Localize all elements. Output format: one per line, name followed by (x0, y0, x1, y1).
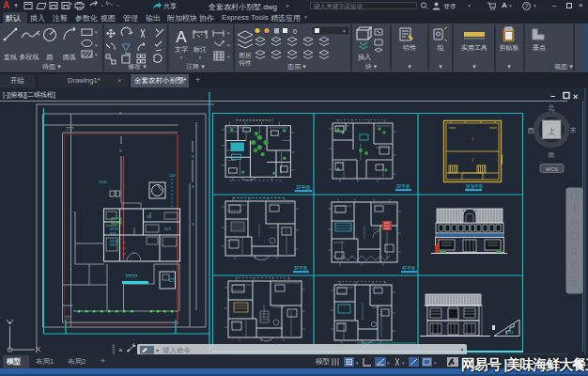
svg-text:▾: ▾ (199, 55, 202, 60)
svg-text:▾: ▾ (227, 54, 230, 59)
svg-text:▾: ▾ (180, 55, 183, 60)
svg-text:S: S (119, 111, 122, 116)
svg-text:西: 西 (528, 127, 534, 134)
svg-text:特性: 特性 (240, 59, 253, 67)
svg-text:A: A (176, 28, 187, 46)
svg-text:XXXX: XXXX (110, 227, 119, 231)
svg-text:3F平面: 3F平面 (294, 266, 308, 271)
svg-text:插入: 插入 (358, 54, 371, 61)
svg-text:XXX: XXX (110, 243, 117, 247)
svg-text:▾: ▾ (95, 52, 98, 57)
svg-text:4F平面: 4F平面 (402, 266, 416, 271)
svg-text:S: S (192, 184, 194, 189)
svg-text:特性: 特性 (403, 44, 416, 52)
svg-text:1F平面: 1F平面 (296, 184, 311, 190)
svg-text:南: 南 (549, 151, 555, 158)
svg-text:1:12: 1:12 (506, 330, 515, 335)
svg-text:I: I (472, 136, 472, 142)
svg-text:?: ? (525, 2, 529, 8)
svg-text:▾: ▾ (95, 29, 98, 35)
svg-text:注释 ▾: 注释 ▾ (186, 62, 205, 70)
svg-text:文字: 文字 (175, 45, 188, 53)
svg-text:上: 上 (549, 127, 556, 135)
svg-text:777: 777 (66, 126, 74, 132)
svg-text:0: 0 (293, 28, 297, 35)
svg-text:S: S (192, 154, 194, 159)
svg-text:–: – (550, 91, 555, 101)
svg-text:屋顶平面: 屋顶平面 (466, 184, 484, 189)
svg-text:▾: ▾ (356, 360, 359, 366)
svg-text:▾: ▾ (156, 348, 159, 353)
svg-text:XX: XX (147, 215, 151, 219)
svg-text:1500: 1500 (99, 180, 108, 184)
svg-text:直线: 直线 (4, 54, 17, 60)
svg-text:2F平面: 2F平面 (396, 184, 410, 189)
svg-text:▾: ▾ (507, 63, 511, 70)
svg-text:▾: ▾ (402, 360, 405, 366)
svg-text:????: ???? (125, 274, 138, 279)
svg-text:▾: ▾ (227, 30, 230, 36)
svg-text:▾: ▾ (95, 42, 98, 48)
svg-text:东: 东 (570, 127, 577, 133)
svg-text:S: S (119, 149, 122, 153)
svg-text:实用工具: 实用工具 (461, 44, 487, 52)
svg-text:150: 150 (169, 173, 176, 178)
svg-text:基点: 基点 (533, 44, 546, 52)
svg-text:图层: 图层 (240, 52, 253, 58)
svg-text:▾: ▾ (472, 63, 476, 70)
svg-text:北: 北 (549, 104, 555, 112)
svg-text:▾: ▾ (434, 360, 437, 366)
svg-text:视图 ▾: 视图 ▾ (554, 63, 573, 70)
svg-text:×: × (573, 92, 578, 102)
svg-text:▾: ▾ (408, 63, 411, 70)
svg-text:XXX: XXX (164, 227, 172, 231)
svg-text:CT: CT (169, 278, 175, 283)
svg-text:键入命令: 键入命令 (162, 346, 192, 354)
svg-text:圆弧: 圆弧 (63, 54, 76, 61)
svg-text:▾: ▾ (439, 63, 442, 70)
svg-text:S: S (192, 222, 194, 227)
svg-text:组: 组 (438, 44, 444, 51)
svg-text:剪贴板: 剪贴板 (500, 44, 519, 52)
svg-text:▾: ▾ (227, 42, 230, 48)
svg-text:绘图 ▾: 绘图 ▾ (42, 63, 61, 70)
svg-text:I: I (472, 157, 472, 163)
svg-text:图层 ▾: 图层 ▾ (287, 63, 306, 70)
svg-text:[-][俯视][二维线框]: [-][俯视][二维线框] (3, 91, 55, 99)
svg-text:标注: 标注 (193, 45, 207, 54)
svg-text:多段线: 多段线 (20, 54, 39, 60)
svg-text:WCS: WCS (546, 166, 558, 172)
svg-text:圆: 圆 (47, 54, 54, 61)
svg-text:▾: ▾ (387, 360, 390, 366)
svg-text:×: × (118, 346, 123, 354)
svg-text:修改 ▾: 修改 ▾ (128, 63, 147, 70)
svg-text:块 ▾: 块 ▾ (364, 63, 378, 70)
